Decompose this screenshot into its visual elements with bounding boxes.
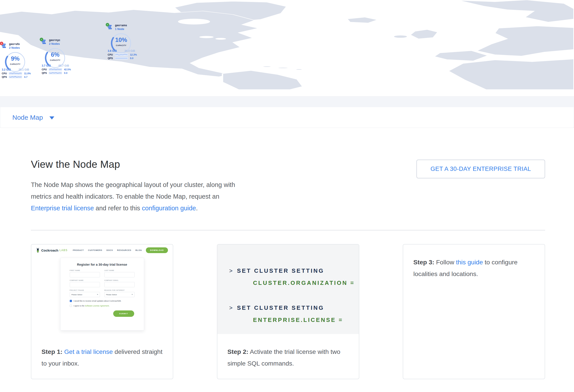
panel-separator-band	[0, 96, 574, 107]
brand-name: Cockroach	[41, 248, 59, 252]
step3-prefix: Step 3:	[413, 259, 434, 266]
step-card-trial-license: CockroachLABS PRODUCT CUSTOMERS DOCS RES…	[31, 244, 173, 379]
configuration-guide-link[interactable]: configuration guide	[142, 205, 196, 212]
software-license-link: Software License Agreement.	[85, 305, 109, 307]
checkbox-checked-icon	[70, 300, 72, 302]
intro-end-text: .	[196, 205, 198, 212]
email-optin-row: I would like to receive email updates ab…	[70, 300, 135, 302]
download-button: DOWNLOAD	[146, 247, 168, 253]
sql-commands-illustration: >SET CLUSTER SETTING CLUSTER.ORGANIZATIO…	[217, 244, 359, 334]
cockroach-bug-icon	[36, 248, 40, 253]
company-email-field: COMPANY EMAIL	[104, 280, 135, 287]
select-caret-icon	[97, 294, 98, 295]
nav-item: RESOURCES	[117, 249, 131, 251]
page-title: View the Node Map	[31, 158, 243, 170]
intro-paragraph: The Node Map shows the geographical layo…	[31, 179, 243, 214]
last-name-field: LAST NAME	[104, 270, 135, 277]
section-divider	[31, 230, 545, 230]
step1-caption: Step 1: Get a trial license delivered st…	[31, 334, 173, 369]
cockroachdb-overview-page: Capacity Usage 0.1% 0 GiB 400 Gi	[0, 0, 574, 392]
step1-prefix: Step 1:	[41, 348, 62, 355]
view-selector-dropdown[interactable]: Node Map	[12, 114, 54, 121]
project-phase-field: PROJECT PHASE Please Select	[70, 289, 100, 297]
trial-license-form: Register for a 30-day trial license FIRS…	[60, 258, 144, 331]
this-guide-link[interactable]: this guide	[456, 259, 483, 266]
intro-mid-text: and refer to this	[94, 205, 142, 212]
reason-for-interest-field: REASON FOR INTEREST Please Select	[104, 289, 135, 297]
node-map-promo: View the Node Map The Node Map shows the…	[0, 128, 574, 379]
step-card-node-map-preview: 1 geo=sfo 2 Nodes	[403, 244, 545, 379]
sql-line-1: >SET CLUSTER SETTING	[229, 267, 359, 274]
mini-site-nav: PRODUCT CUSTOMERS DOCS RESOURCES BLOG	[73, 249, 142, 251]
first-name-field: FIRST NAME	[70, 270, 100, 277]
step3-caption: Step 3: Follow this guide to configure l…	[403, 244, 545, 280]
step2-caption: Step 2: Activate the trial license with …	[217, 334, 359, 369]
step2-prefix: Step 2:	[227, 348, 248, 355]
nav-item: PRODUCT	[73, 249, 84, 251]
get-trial-license-link[interactable]: Get a trial license	[64, 348, 113, 355]
intro-text: The Node Map shows the geographical layo…	[31, 181, 235, 200]
checkbox-empty-icon	[70, 305, 72, 307]
nav-item: DOCS	[106, 249, 113, 251]
sql-line-4: ENTERPRISE.LICENSE =	[253, 317, 359, 323]
sql-line-3: >SET CLUSTER SETTING	[229, 304, 359, 311]
chevron-down-icon	[49, 116, 54, 119]
license-agree-row: I agree to the Software License Agreemen…	[70, 305, 135, 307]
form-title: Register for a 30-day trial license	[70, 263, 135, 266]
trial-registration-screenshot: CockroachLABS PRODUCT CUSTOMERS DOCS RES…	[31, 244, 173, 334]
view-selector-label: Node Map	[12, 114, 43, 121]
select-caret-icon	[132, 294, 133, 295]
company-name-field: COMPANY NAME	[70, 280, 100, 287]
get-enterprise-trial-button[interactable]: GET A 30-DAY ENTERPRISE TRIAL	[416, 160, 545, 178]
sql-line-2: CLUSTER.ORGANIZATION =	[253, 280, 359, 286]
cockroach-labs-logo: CockroachLABS	[36, 248, 67, 253]
submit-button: SUBMIT	[113, 310, 134, 317]
brand-suffix: LABS	[60, 249, 68, 252]
nav-item: BLOG	[136, 249, 142, 251]
enterprise-trial-license-link[interactable]: Enterprise trial license	[31, 205, 94, 212]
dashboard-toolbar: Node Map	[0, 107, 574, 128]
nav-item: CUSTOMERS	[88, 249, 102, 251]
step-card-sql-commands: >SET CLUSTER SETTING CLUSTER.ORGANIZATIO…	[217, 244, 359, 379]
